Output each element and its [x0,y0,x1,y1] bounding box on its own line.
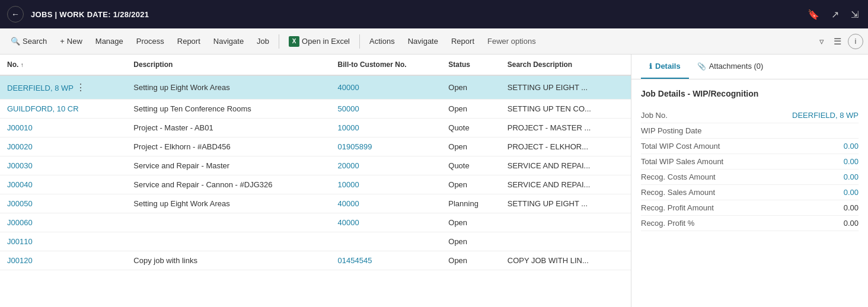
field-value: 0.00 [844,172,859,181]
cell-status: Open [441,232,500,251]
open-excel-button[interactable]: X Open in Excel [283,33,356,50]
cell-status: Open [441,137,500,156]
job-link[interactable]: J00040 [7,180,33,189]
share-icon[interactable]: ↗ [829,7,841,23]
table-row[interactable]: J00120Copy job with links01454545OpenCOP… [0,251,631,270]
cell-bill-to: 40000 [331,194,442,213]
navigate-button[interactable]: Navigate [208,33,250,49]
filter-icon[interactable]: ▿ [816,33,827,50]
bill-to-link[interactable]: 40000 [338,218,359,227]
field-label: Total WIP Sales Amount [641,157,723,166]
bill-to-link[interactable]: 10000 [338,180,359,189]
field-value: 0.00 [844,219,859,228]
cell-bill-to: 50000 [331,100,442,119]
list-view-icon[interactable]: ☰ [831,33,844,50]
table-row[interactable]: J00040Service and Repair - Cannon - #DJG… [0,175,631,194]
navigate2-button[interactable]: Navigate [402,33,444,49]
report-button[interactable]: Report [171,33,206,49]
bill-to-link[interactable]: 01454545 [338,256,372,265]
details-field: Job No.DEERFIELD, 8 WP [641,108,859,123]
cell-no: J00060 [0,213,126,232]
job-link[interactable]: J00010 [7,123,33,132]
job-link[interactable]: J00120 [7,256,33,265]
field-value: 0.00 [844,157,859,166]
cell-search-desc: PROJECT - ELKHOR... [500,137,631,156]
bill-to-link[interactable]: 40000 [338,83,359,92]
collapse-icon[interactable]: ⇲ [848,7,861,23]
bill-to-link[interactable]: 40000 [338,199,359,208]
info-button[interactable]: i [848,34,863,49]
fewer-options-button[interactable]: Fewer options [481,33,542,49]
details-panel: ℹ Details 📎 Attachments (0) Job Details … [631,55,868,307]
toolbar-right: ▿ ☰ i [816,33,863,50]
table-row[interactable]: J00110Open [0,232,631,251]
process-button[interactable]: Process [130,33,170,49]
table-row[interactable]: J0006040000Open [0,213,631,232]
details-body: Job Details - WIP/Recognition Job No.DEE… [631,79,868,241]
cell-no: GUILDFORD, 10 CR [0,100,126,119]
job-link[interactable]: J00020 [7,142,33,151]
new-button[interactable]: + New [54,33,88,49]
cell-search-desc [500,232,631,251]
field-value: 0.00 [844,142,859,151]
cell-search-desc: SETTING UP EIGHT ... [500,194,631,213]
actions-button[interactable]: Actions [363,33,401,49]
job-button[interactable]: Job [251,33,275,49]
details-field: Total WIP Sales Amount0.00 [641,154,859,170]
cell-search-desc [500,213,631,232]
toolbar-divider-1 [279,34,279,49]
row-menu-button[interactable]: ⋮ [74,81,88,94]
search-icon: 🔍 [11,37,20,46]
cell-no: J00050 [0,194,126,213]
report2-button[interactable]: Report [445,33,480,49]
col-no: No. ↑ [0,55,126,75]
bookmark-icon[interactable]: 🔖 [805,7,822,23]
cell-search-desc: PROJECT - MASTER ... [500,119,631,137]
job-link[interactable]: J00030 [7,161,33,170]
table-row[interactable]: J00010Project - Master - AB0110000QuoteP… [0,119,631,137]
table-row[interactable]: J00020Project - Elkhorn - #ABD4560190589… [0,137,631,156]
field-label: Total WIP Cost Amount [641,142,720,151]
job-link[interactable]: DEERFIELD, 8 WP [7,84,74,92]
cell-description: Service and Repair - Cannon - #DJG326 [126,175,330,194]
cell-bill-to: 10000 [331,119,442,137]
bill-to-link[interactable]: 01905899 [338,142,372,151]
field-label: Recog. Profit % [641,219,694,228]
search-button[interactable]: 🔍 Search [5,33,53,49]
details-icon: ℹ [649,62,652,71]
bill-to-link[interactable]: 10000 [338,123,359,132]
details-field: Recog. Profit %0.00 [641,216,859,231]
field-value: 0.00 [844,203,859,212]
job-link[interactable]: J00060 [7,218,33,227]
cell-status: Open [441,75,500,100]
bill-to-link[interactable]: 20000 [338,161,359,170]
details-section-title: Job Details - WIP/Recognition [641,89,859,98]
cell-status: Open [441,100,500,119]
cell-bill-to: 40000 [331,75,442,100]
cell-search-desc: SERVICE AND REPAI... [500,175,631,194]
cell-description: Setting up Eight Work Areas [126,194,330,213]
details-field: WIP Posting Date [641,123,859,139]
field-label: Recog. Costs Amount [641,172,716,181]
back-button[interactable]: ← [7,6,24,23]
cell-description: Service and Repair - Master [126,156,330,175]
cell-description: Setting up Eight Work Areas [126,75,330,100]
table-row[interactable]: DEERFIELD, 8 WP⋮Setting up Eight Work Ar… [0,75,631,100]
manage-button[interactable]: Manage [90,33,129,49]
table-row[interactable]: J00050Setting up Eight Work Areas40000Pl… [0,194,631,213]
bill-to-link[interactable]: 50000 [338,104,359,113]
tab-attachments[interactable]: 📎 Attachments (0) [689,55,772,79]
attachment-icon: 📎 [697,62,706,71]
table-row[interactable]: J00030Service and Repair - Master20000Qu… [0,156,631,175]
tab-details[interactable]: ℹ Details [641,55,689,79]
job-link[interactable]: J00050 [7,199,33,208]
job-link[interactable]: GUILDFORD, 10 CR [7,104,79,113]
toolbar-divider-2 [359,34,360,49]
main-content: No. ↑ Description Bill-to Customer No. S… [0,55,868,307]
job-link[interactable]: J00110 [7,237,33,246]
excel-icon: X [289,36,299,47]
cell-search-desc: SETTING UP EIGHT ... [500,75,631,100]
col-bill-to: Bill-to Customer No. [331,55,442,75]
field-value[interactable]: DEERFIELD, 8 WP [792,111,859,120]
table-row[interactable]: GUILDFORD, 10 CRSetting up Ten Conferenc… [0,100,631,119]
